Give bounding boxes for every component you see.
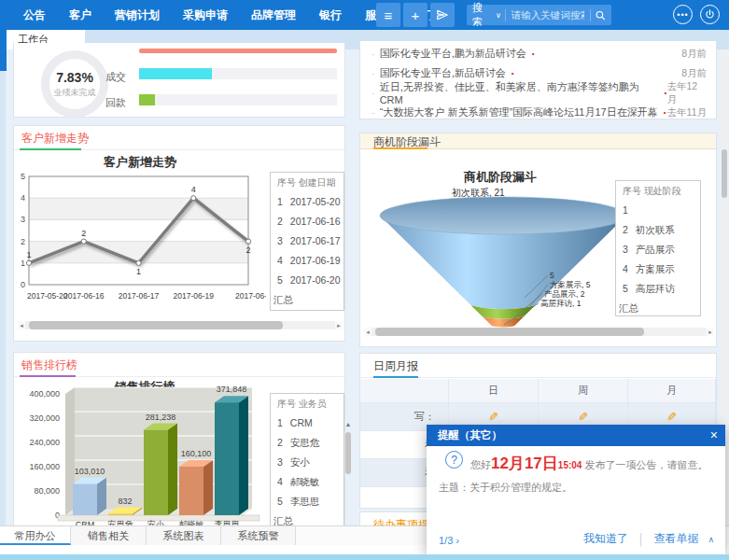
list-item: 2安思危	[277, 433, 343, 453]
list-item: 52017-06-20	[277, 271, 343, 290]
menu-item-customers[interactable]: 客户	[69, 7, 91, 23]
svg-text:2: 2	[81, 229, 86, 238]
view-document-button[interactable]: 查看单据	[653, 531, 698, 547]
svg-text:2017-05-20: 2017-05-20	[27, 291, 68, 301]
vertical-mini-scrollbar[interactable]: ▲	[344, 420, 352, 525]
scroll-right-icon[interactable]: ►	[335, 323, 343, 329]
news-text[interactable]: 国际化专业平台,鹏为新品研讨会	[380, 47, 526, 61]
performance-gauge: 7.83% 业绩未完成	[41, 50, 108, 118]
svg-text:320,000: 320,000	[29, 413, 60, 423]
pencil-icon[interactable]: ✎	[488, 410, 498, 424]
menu-item-marketing-plan[interactable]: 营销计划	[115, 7, 160, 23]
divider: │	[638, 533, 645, 546]
tab-system-alerts[interactable]: 系统预警	[221, 526, 296, 545]
svg-text:240,000: 240,000	[29, 438, 60, 447]
plus-icon[interactable]: +	[403, 3, 428, 27]
power-icon[interactable]	[700, 5, 720, 24]
chevron-down-icon[interactable]: ∨	[496, 11, 501, 20]
list-item: 1	[623, 201, 700, 220]
tab-common-office[interactable]: 常用办公	[0, 526, 71, 545]
bullet-icon: ·	[372, 107, 375, 119]
close-icon[interactable]: ×	[710, 425, 718, 446]
dialog-message: 您好12月17日15:04 发布了一项公告，请留意。主题：关于积分管理的规定。	[439, 450, 713, 497]
search-bar[interactable]: 搜索 ∨	[467, 5, 611, 25]
reminder-dialog: 提醒（其它） × ? 您好12月17日15:04 发布了一项公告，请留意。主题：…	[427, 425, 725, 555]
news-panel: · 国际化专业平台,鹏为新品研讨会 • 8月前 · 国际化专业平台,新品研讨会 …	[359, 41, 717, 119]
scroll-thumb[interactable]	[345, 432, 351, 474]
svg-text:0: 0	[21, 280, 25, 289]
funnel-panel: 商机阶段漏斗 商机阶段漏斗 初次联系, 21 5方案展示, 5产品展示, 2高层…	[359, 133, 717, 347]
horizontal-scrollbar[interactable]: ◄ ►	[18, 321, 343, 329]
panel-underline	[373, 147, 428, 149]
svg-text:400,000: 400,000	[29, 389, 60, 399]
dialog-pager[interactable]: 1/3 ›	[439, 535, 459, 546]
list-item: 3产品展示	[623, 240, 700, 259]
window-frame-bottom	[0, 554, 729, 560]
funnel-side-list: 序号 现处阶段 1 2初次联系 3产品展示 4方案展示 5高层拜访 汇总	[615, 180, 701, 316]
pencil-icon[interactable]: ✎	[666, 410, 677, 424]
scroll-thumb[interactable]	[375, 328, 644, 336]
list-item: 2初次联系	[623, 220, 700, 240]
panel-title-sales[interactable]: 销售排行榜	[21, 357, 77, 373]
scroll-thumb[interactable]	[29, 321, 283, 329]
news-time: 去年11月	[667, 106, 707, 119]
pager-count: 1/3	[439, 535, 453, 546]
svg-text:1: 1	[136, 267, 141, 276]
kpi-label-deals: 成交	[105, 70, 126, 84]
active-tab-strip	[0, 30, 7, 71]
scroll-right-icon[interactable]: ►	[707, 329, 714, 335]
panel-title-trend[interactable]: 客户新增走势	[21, 131, 89, 147]
menu-icon[interactable]: ≡	[376, 3, 400, 27]
chart-title-funnel: 商机阶段漏斗	[449, 169, 552, 186]
svg-text:4: 4	[21, 193, 25, 203]
funnel-chart: 5方案展示, 5产品展示, 2高层拜访, 1	[368, 195, 648, 337]
horizontal-scrollbar[interactable]: ◄ ►	[364, 328, 714, 336]
news-time: 去年12月	[666, 80, 707, 106]
top-nav: 公告 客户 营销计划 采购申请 品牌管理 银行 服务 部门 ≡ + 搜索 ∨ •…	[0, 0, 729, 30]
sales-ranking-panel: 销售排行榜 销售排行榜 080,000160,000240,000320,000…	[13, 352, 345, 525]
tab-sales-related[interactable]: 销售相关	[71, 526, 147, 545]
news-text[interactable]: “大数据大客户 新关系新管理”国际高峰论坛11月17日在深开幕	[380, 105, 658, 119]
send-icon[interactable]	[430, 3, 455, 27]
line-chart: 01234512017-05-2022017-06-1612017-06-174…	[14, 171, 266, 313]
news-item[interactable]: · “大数据大客户 新关系新管理”国际高峰论坛11月17日在深开幕 • 去年11…	[360, 103, 716, 122]
search-icon[interactable]	[595, 9, 606, 21]
svg-text:3: 3	[21, 215, 25, 224]
svg-text:103,010: 103,010	[75, 467, 105, 476]
menu-item-bank[interactable]: 银行	[319, 7, 342, 23]
pager-next-icon[interactable]: ›	[456, 535, 459, 546]
chevron-up-icon[interactable]: ∧	[708, 535, 714, 544]
bar-chart: 080,000160,000240,000320,000400,000103,0…	[14, 383, 275, 530]
column-header-day: 日	[449, 379, 539, 403]
news-item[interactable]: · 国际化专业平台,鹏为新品研讨会 • 8月前	[360, 44, 716, 63]
scroll-left-icon[interactable]: ◄	[364, 329, 372, 335]
more-options-icon[interactable]: •••	[673, 5, 693, 24]
svg-text:2: 2	[245, 245, 250, 255]
sales-side-list: 序号 业务员 1CRM 2安思危 3安小 4郝晓敏 5李思思 汇总	[270, 393, 344, 532]
news-text[interactable]: 国际化专业平台,新品研讨会	[380, 66, 506, 80]
list-header: 序号 业务员	[277, 398, 343, 411]
scroll-thumb[interactable]	[722, 149, 727, 198]
menu-item-brand-management[interactable]: 品牌管理	[251, 7, 296, 23]
search-scope-label[interactable]: 搜索	[472, 1, 492, 29]
announcement-date: 12月17日	[491, 455, 558, 472]
list-item: 5高层拜访	[623, 279, 700, 299]
svg-text:高层拜访, 1: 高层拜访, 1	[540, 299, 582, 308]
tab-system-charts[interactable]: 系统图表	[147, 526, 221, 545]
kpi-panel: 7.83% 业绩未完成 成交 回款	[13, 43, 345, 118]
search-input[interactable]	[510, 8, 586, 21]
svg-text:80,000: 80,000	[34, 486, 60, 496]
panel-title-report[interactable]: 日周月报	[373, 358, 418, 374]
scroll-left-icon[interactable]: ◄	[18, 323, 25, 329]
menu-item-purchase-request[interactable]: 采购申请	[183, 7, 228, 23]
news-item[interactable]: · 近日,无界投资、佳比亚、和美家居、南方惠泽等签约鹏为CRM • 去年12月	[360, 83, 716, 103]
menu-item-announcements[interactable]: 公告	[23, 7, 46, 23]
svg-text:2017-06-16: 2017-06-16	[63, 291, 105, 301]
news-text[interactable]: 近日,无界投资、佳比亚、和美家居、南方惠泽等签约鹏为CRM	[380, 80, 659, 105]
table-cell	[360, 379, 449, 403]
acknowledge-button[interactable]: 我知道了	[583, 531, 628, 547]
pencil-icon[interactable]: ✎	[578, 410, 588, 424]
list-item: 5李思思	[277, 492, 343, 511]
kpi-bar-payments	[139, 94, 337, 105]
scroll-up-icon[interactable]: ▲	[344, 420, 352, 429]
